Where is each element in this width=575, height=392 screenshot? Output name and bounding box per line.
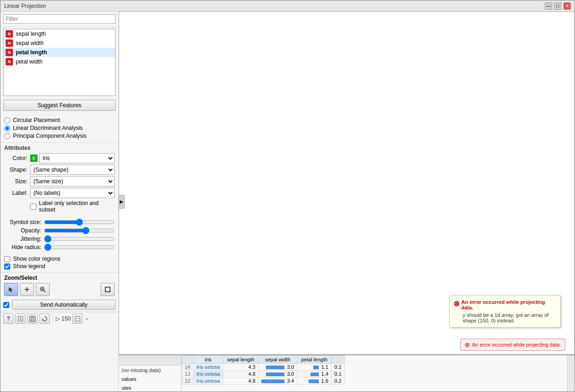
feature-badge-n: N xyxy=(6,58,13,65)
svg-rect-20 xyxy=(31,319,34,321)
petal-length-val: 1.1 xyxy=(321,364,328,370)
lda-option[interactable]: Linear Discriminant Analysis xyxy=(4,125,115,131)
filter-input[interactable] xyxy=(3,14,116,24)
sepal-width-bar xyxy=(266,373,284,376)
placement-options: Circular Placement Linear Discriminant A… xyxy=(0,114,118,142)
list-item[interactable]: N sepal width xyxy=(4,39,115,48)
feature-badge-n: N xyxy=(6,30,13,38)
minimize-button[interactable]: — xyxy=(545,2,552,10)
error-tooltip-header: ⊗ An error occurred while projecting dat… xyxy=(453,299,556,310)
petal-length-cell: 1.4 xyxy=(297,371,331,378)
send-auto-row: Send Automatically xyxy=(0,298,118,312)
send-auto-button[interactable]: Send Automatically xyxy=(12,300,116,310)
fullscreen-button[interactable] xyxy=(101,283,115,296)
sepal-width-cell: 3.0 xyxy=(258,371,297,378)
size-label: Size: xyxy=(4,178,27,185)
symbol-size-label: Symbol size: xyxy=(4,219,41,225)
suggest-features-button[interactable]: Suggest Features xyxy=(3,100,116,111)
error-area: ⊗ An error occurred while projecting dat… xyxy=(460,339,565,351)
attributes-title: Attributes xyxy=(4,145,115,151)
zoom-select-section: Zoom/Select xyxy=(0,272,118,298)
col-header-petal-length[interactable]: petal length xyxy=(297,356,331,364)
show-color-regions-checkbox[interactable] xyxy=(4,256,10,262)
error-badge[interactable]: ⊗ An error occurred while projecting dat… xyxy=(460,339,565,351)
col-header-sepal-width[interactable]: sepal width xyxy=(258,356,297,364)
table-scrollbar[interactable] xyxy=(567,355,575,392)
circular-placement-option[interactable]: Circular Placement xyxy=(4,117,115,123)
data-count: ▷ 150 xyxy=(56,315,71,322)
sepal-width-bar xyxy=(261,379,284,383)
col-header-sepal-length[interactable]: sepal length xyxy=(223,356,258,364)
refresh-button[interactable] xyxy=(39,314,50,324)
sepal-width-val: 3.0 xyxy=(287,371,294,377)
select-tool-button[interactable] xyxy=(4,283,18,296)
zoom-tool-button[interactable] xyxy=(36,283,50,296)
list-item[interactable]: N petal length xyxy=(4,48,115,57)
list-item[interactable]: N petal width xyxy=(4,57,115,66)
sepal-length-cell: 4.8 xyxy=(223,371,258,378)
data-grid: iris sepal length sepal width petal leng… xyxy=(181,355,345,385)
pan-tool-button[interactable] xyxy=(20,283,34,296)
maximize-button[interactable]: □ xyxy=(554,2,562,10)
size-row: Size: (Same size) xyxy=(4,176,115,186)
show-color-regions-label: Show color regions xyxy=(13,256,60,262)
opacity-slider[interactable] xyxy=(44,227,115,234)
main-content: N sepal length N sepal width N petal len… xyxy=(0,12,575,392)
new-button[interactable] xyxy=(15,314,26,324)
symbol-size-row: Symbol size: xyxy=(4,218,115,226)
checkboxes-section: Show color regions Show legend xyxy=(0,253,118,272)
error-icon: ⊗ xyxy=(465,341,470,348)
label-only-checkbox[interactable] xyxy=(30,204,36,210)
label-label: Label: xyxy=(4,190,27,196)
table-row: 12 Iris-setosa 4.8 3.4 1.6 xyxy=(182,378,345,385)
extra-cell: 0.1 xyxy=(331,371,344,378)
collapse-panel-button[interactable]: ▶ xyxy=(118,195,125,209)
circular-placement-radio[interactable] xyxy=(4,117,10,123)
extra-cell: 0.1 xyxy=(331,364,344,371)
petal-length-cell: 1.1 xyxy=(297,364,331,371)
show-legend-checkbox[interactable] xyxy=(4,263,10,270)
circular-placement-label: Circular Placement xyxy=(13,117,60,123)
zoom-select-title: Zoom/Select xyxy=(4,275,115,281)
export-button[interactable] xyxy=(72,314,83,324)
petal-length-val: 1.4 xyxy=(321,371,328,377)
pca-label: Principal Component Analysis xyxy=(13,133,87,139)
error-badge-text: An error occurred while projecting data. xyxy=(472,342,561,347)
list-item[interactable]: N sepal length xyxy=(4,29,115,39)
table-row: 13 Iris-setosa 4.8 3.0 1.4 xyxy=(182,371,345,378)
symbol-size-slider[interactable] xyxy=(44,218,115,226)
col-header-iris[interactable]: iris xyxy=(194,356,223,364)
svg-line-2 xyxy=(44,290,45,292)
title-bar-buttons: — □ ✕ xyxy=(545,2,571,10)
iris-cell: Iris-setosa xyxy=(194,371,223,378)
row-num: 14 xyxy=(182,364,194,371)
color-badge: C xyxy=(30,154,38,162)
save-button[interactable] xyxy=(27,314,38,324)
attributes-section: Attributes Color: C iris Shape: (Sam xyxy=(0,142,118,217)
label-row: Label: (No labels) xyxy=(4,188,115,198)
feature-label: petal length xyxy=(16,49,47,56)
pca-option[interactable]: Principal Component Analysis xyxy=(4,133,115,139)
size-select[interactable]: (Same size) xyxy=(30,176,115,186)
col-header-extra[interactable] xyxy=(331,356,344,364)
hide-radius-slider[interactable] xyxy=(44,244,115,251)
show-color-regions-row: Show color regions xyxy=(4,256,115,262)
lda-radio[interactable] xyxy=(4,125,10,131)
jittering-label: Jittering: xyxy=(4,236,41,242)
feature-label: sepal width xyxy=(16,40,44,46)
pca-radio[interactable] xyxy=(4,133,10,139)
sepal-width-bar xyxy=(266,366,284,369)
shape-select[interactable]: (Same shape) xyxy=(30,165,115,175)
send-auto-checkbox[interactable] xyxy=(3,302,9,308)
color-row: Color: C iris xyxy=(4,153,115,163)
label-select[interactable]: (No labels) xyxy=(30,188,115,198)
title-bar: Linear Projection — □ ✕ xyxy=(0,0,575,12)
feature-badge-n: N xyxy=(6,49,13,56)
show-legend-row: Show legend xyxy=(4,263,115,270)
sepal-length-cell: 4.8 xyxy=(223,378,258,385)
help-button[interactable]: ? xyxy=(3,314,13,324)
jittering-slider[interactable] xyxy=(44,235,115,243)
hide-radius-row: Hide radius: xyxy=(4,244,115,251)
color-select[interactable]: iris xyxy=(39,153,115,163)
close-button[interactable]: ✕ xyxy=(563,2,571,10)
